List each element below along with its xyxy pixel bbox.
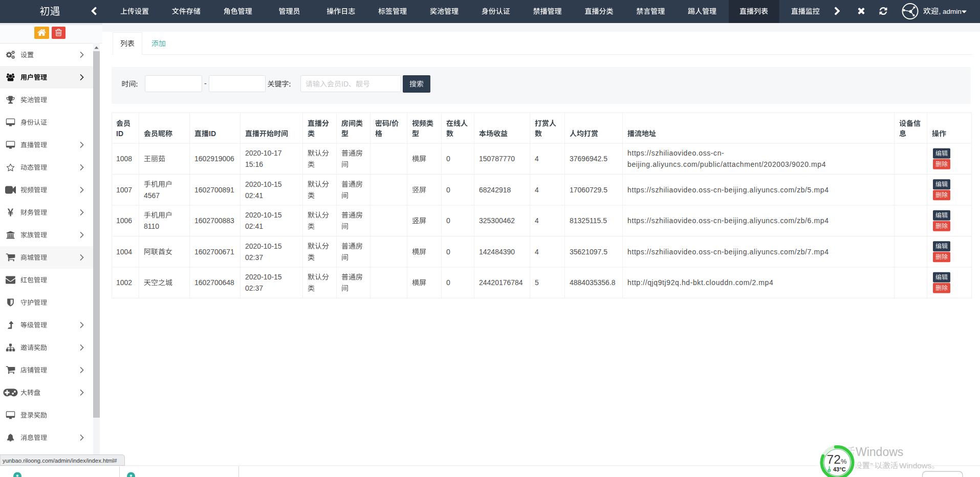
svg-text:, admin: , admin: [939, 8, 962, 15]
svg-text:0: 0: [446, 216, 450, 225]
svg-text:4: 4: [535, 155, 539, 163]
svg-text:0: 0: [446, 186, 450, 194]
svg-text:8110: 8110: [144, 222, 159, 230]
svg-text:1602700671: 1602700671: [194, 248, 234, 256]
svg-text:Windows: Windows: [899, 461, 931, 470]
svg-text:2020-10-15: 2020-10-15: [245, 242, 282, 250]
svg-text:02:41: 02:41: [245, 222, 263, 230]
svg-text:/: /: [389, 119, 391, 127]
svg-text:4: 4: [535, 248, 539, 256]
svg-text:0: 0: [446, 155, 450, 163]
svg-text:-: -: [204, 79, 207, 88]
svg-text:https://szhiliaovideo.oss-cn-b: https://szhiliaovideo.oss-cn-beijing.ali…: [627, 186, 829, 194]
svg-text:35621097.5: 35621097.5: [570, 248, 607, 256]
svg-text:1602700891: 1602700891: [194, 186, 234, 194]
svg-text:0: 0: [446, 248, 450, 256]
svg-text:https://szhiliaovideo.oss-cn-b: https://szhiliaovideo.oss-cn-beijing.ali…: [627, 216, 829, 225]
svg-text:1002: 1002: [116, 278, 132, 287]
svg-text:ID: ID: [116, 129, 123, 138]
svg-text:68242918: 68242918: [479, 186, 511, 194]
svg-text:4884035356.8: 4884035356.8: [570, 278, 616, 287]
svg-text:1602700883: 1602700883: [194, 216, 234, 225]
svg-text:1008: 1008: [116, 155, 132, 163]
svg-text:15:16: 15:16: [245, 160, 263, 168]
svg-text:yunbao.riloong.com/admin/index: yunbao.riloong.com/admin/index/index.htm…: [3, 458, 117, 464]
svg-text:4: 4: [535, 216, 539, 225]
svg-text:43°C: 43°C: [833, 466, 846, 472]
svg-text:81325115.5: 81325115.5: [570, 216, 607, 225]
svg-text:http://qjq9tj92q.hd-bkt.cloudd: http://qjq9tj92q.hd-bkt.clouddn.com/2.mp…: [627, 278, 773, 287]
svg-text:ID: ID: [209, 129, 216, 138]
svg-text:02:41: 02:41: [245, 191, 263, 200]
svg-text:02:37: 02:37: [245, 284, 263, 292]
svg-text:%: %: [841, 458, 847, 465]
svg-text:1007: 1007: [116, 186, 132, 194]
svg-text:17060729.5: 17060729.5: [570, 186, 607, 194]
svg-text:4: 4: [535, 186, 539, 194]
svg-text:1006: 1006: [116, 216, 132, 225]
svg-text:2020-10-17: 2020-10-17: [245, 149, 282, 157]
svg-text:24420176784: 24420176784: [479, 278, 523, 287]
svg-text:150787770: 150787770: [479, 155, 515, 163]
svg-text:0: 0: [446, 278, 450, 287]
svg-text:1004: 1004: [116, 248, 132, 256]
svg-text:4567: 4567: [144, 191, 160, 200]
svg-text:2020-10-15: 2020-10-15: [245, 211, 282, 219]
svg-text:Windows: Windows: [856, 445, 903, 459]
svg-text:5: 5: [535, 278, 539, 287]
svg-text:325300462: 325300462: [479, 216, 515, 225]
svg-text:02:37: 02:37: [245, 253, 263, 262]
svg-text:https://szhiliaovideo.oss-cn-: https://szhiliaovideo.oss-cn-: [627, 149, 724, 157]
svg-text:ID: ID: [341, 80, 349, 88]
svg-text:72: 72: [827, 452, 841, 466]
svg-text:2020-10-15: 2020-10-15: [245, 273, 282, 281]
svg-text:2020-10-15: 2020-10-15: [245, 180, 282, 188]
svg-text:beijing.aliyuncs.com/public/at: beijing.aliyuncs.com/public/attachment/2…: [627, 160, 826, 168]
svg-text:1602700648: 1602700648: [194, 278, 234, 287]
svg-text:37696942.5: 37696942.5: [570, 155, 607, 163]
svg-text:https://szhiliaovideo.oss-cn-b: https://szhiliaovideo.oss-cn-beijing.ali…: [627, 248, 829, 256]
svg-text:1602919006: 1602919006: [194, 155, 234, 163]
svg-text:”: ”: [870, 461, 873, 470]
svg-text:142484390: 142484390: [479, 248, 515, 256]
